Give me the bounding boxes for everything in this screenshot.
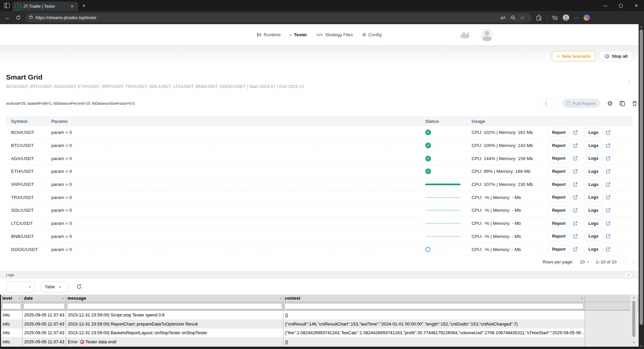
copy-button[interactable] (620, 101, 625, 106)
report-button[interactable]: Report (547, 154, 570, 163)
open-logs-external-icon[interactable] (606, 156, 610, 161)
collections-icon[interactable] (552, 15, 558, 20)
nav-item-config[interactable]: ⚙ Config (362, 32, 382, 37)
zoom-out-icon[interactable] (511, 15, 516, 20)
logs-button[interactable]: Logs (584, 154, 603, 163)
logs-button[interactable]: Logs (584, 245, 603, 254)
logs-panel-title: Logs (6, 273, 14, 277)
log-view-select[interactable]: Table ∨ (41, 281, 68, 292)
new-tab-button[interactable]: + (82, 2, 86, 9)
page-scrollbar[interactable]: ▲ ▼ (639, 24, 644, 349)
logs-collapse-button[interactable]: ∨ (624, 272, 633, 278)
report-button[interactable]: Report (547, 245, 570, 254)
date-filter-input[interactable] (23, 303, 65, 309)
page-scrollbar-thumb[interactable] (640, 30, 643, 325)
open-logs-external-icon[interactable] (606, 130, 610, 135)
window-minimize-button[interactable]: — (598, 0, 613, 11)
report-button[interactable]: Report (547, 193, 570, 202)
collapse-chevron-icon[interactable]: ⌃ (628, 80, 631, 85)
params-cell: param = 0 (51, 234, 425, 239)
open-report-external-icon[interactable] (573, 208, 578, 213)
open-report-external-icon[interactable] (573, 221, 578, 226)
scroll-up-icon[interactable]: ▲ (639, 25, 644, 28)
nav-item-runtime[interactable]: Runtime (257, 32, 280, 37)
copilot-icon[interactable] (584, 14, 590, 21)
logs-button[interactable]: Logs (584, 128, 603, 137)
open-report-external-icon[interactable] (573, 234, 578, 239)
report-button[interactable]: Report (547, 180, 570, 189)
logs-refresh-button[interactable] (76, 284, 82, 289)
window-maximize-button[interactable] (613, 0, 629, 11)
browser-profile-avatar[interactable] (563, 14, 569, 21)
log-header-message[interactable]: message▲ (66, 295, 283, 302)
tab-actions-icon[interactable] (4, 3, 10, 8)
back-button[interactable]: ← (5, 14, 10, 21)
translate-icon[interactable]: aA (500, 15, 506, 20)
new-scenario-button[interactable]: + New Scenario (552, 51, 596, 61)
open-report-external-icon[interactable] (573, 182, 578, 187)
browser-tab[interactable]: JT JT-Trader | Tester ✕ (12, 2, 78, 11)
message-filter-input[interactable] (67, 303, 282, 309)
nav-label-runtime: Runtime (264, 32, 280, 37)
report-button[interactable]: Report (547, 167, 570, 176)
report-button[interactable]: Report (547, 219, 570, 228)
header-status: Status (425, 119, 472, 124)
delete-button[interactable] (632, 101, 637, 106)
open-report-external-icon[interactable] (573, 143, 578, 148)
report-button[interactable]: Report (547, 232, 570, 241)
prev-page-button[interactable]: ‹ (623, 259, 625, 265)
browser-menu-icon[interactable]: ⋯ (574, 15, 579, 20)
log-header-context[interactable]: context▲ (283, 295, 585, 302)
open-logs-external-icon[interactable] (606, 234, 610, 239)
logs-button[interactable]: Logs (584, 167, 603, 176)
log-header-level[interactable]: level▲ (1, 295, 22, 302)
scroll-up-icon[interactable]: ▲ (632, 295, 635, 300)
logs-button[interactable]: Logs (584, 219, 603, 228)
next-page-button[interactable]: › (632, 259, 634, 265)
reload-button[interactable] (16, 15, 21, 20)
address-bar[interactable]: https://streams.jtnodes.top/tester aA ☆ (25, 13, 532, 22)
context-filter-input[interactable] (284, 303, 584, 309)
log-header-date[interactable]: date▲ (22, 295, 66, 302)
open-logs-external-icon[interactable] (606, 221, 610, 226)
tab-close-icon[interactable]: ✕ (69, 3, 75, 9)
favorites-star-icon[interactable]: ☆ (520, 15, 525, 21)
level-filter-input[interactable] (2, 303, 21, 309)
open-logs-external-icon[interactable] (606, 169, 610, 174)
settings-gear-button[interactable]: ⚙ (607, 100, 613, 107)
log-filter-select[interactable]: ∨ (6, 281, 35, 292)
open-logs-external-icon[interactable] (606, 143, 610, 148)
open-logs-external-icon[interactable] (606, 247, 610, 252)
nav-item-strategy-files[interactable]: </> Strategy Files (317, 32, 353, 37)
open-report-external-icon[interactable] (573, 169, 578, 174)
theme-toggle-icon[interactable]: ☾ (461, 32, 471, 38)
open-logs-external-icon[interactable] (606, 195, 610, 200)
extensions-icon[interactable] (536, 15, 542, 20)
report-button[interactable]: Report (547, 206, 570, 215)
window-close-button[interactable]: ✕ (629, 0, 644, 11)
logs-button[interactable]: Logs (584, 180, 603, 189)
loading-button[interactable] (539, 99, 555, 108)
stop-all-button[interactable]: Stop all (600, 51, 633, 61)
open-logs-external-icon[interactable] (606, 182, 610, 187)
scroll-down-icon[interactable]: ▼ (639, 345, 644, 348)
open-logs-external-icon[interactable] (606, 208, 610, 213)
rows-per-page-value: 10 (580, 259, 585, 264)
report-button[interactable]: Report (547, 141, 570, 150)
log-table-scrollbar[interactable]: ▲ ▼ (630, 295, 637, 347)
full-report-button[interactable]: Full Report (562, 99, 600, 108)
user-avatar[interactable] (481, 29, 493, 41)
report-button[interactable]: Report (547, 128, 570, 137)
open-report-external-icon[interactable] (573, 247, 578, 252)
logs-button[interactable]: Logs (584, 141, 603, 150)
logs-button[interactable]: Logs (584, 206, 603, 215)
scroll-down-icon[interactable]: ▼ (632, 340, 635, 345)
rows-per-page-select[interactable]: 10 ∨ (580, 259, 589, 264)
open-report-external-icon[interactable] (573, 130, 578, 135)
logs-button[interactable]: Logs (584, 232, 603, 241)
open-report-external-icon[interactable] (573, 195, 578, 200)
log-scrollbar-thumb[interactable] (632, 301, 635, 337)
open-report-external-icon[interactable] (573, 156, 578, 161)
logs-button[interactable]: Logs (584, 193, 603, 202)
nav-item-tester[interactable]: › Tester (290, 32, 307, 37)
